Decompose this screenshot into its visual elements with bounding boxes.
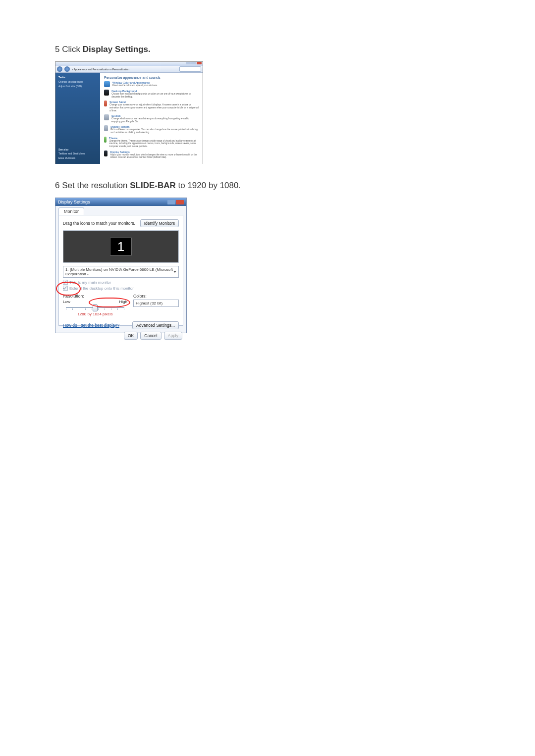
desktop-background-icon bbox=[104, 90, 109, 96]
window-controls bbox=[186, 62, 202, 64]
sidebar-link[interactable]: Taskbar and Start Menu bbox=[58, 152, 97, 155]
tab-monitor[interactable]: Monitor bbox=[58, 207, 84, 215]
display-settings-icon bbox=[104, 151, 107, 156]
personalize-item[interactable]: Desktop BackgroundChoose from available … bbox=[104, 90, 199, 98]
tab-bar: Monitor bbox=[55, 206, 186, 215]
window-color-icon bbox=[104, 81, 110, 87]
screenshot-display-settings: Display Settings Monitor Drag the icons … bbox=[55, 198, 187, 333]
sidebar: Tasks Change desktop icons Adjust font s… bbox=[55, 73, 100, 164]
step-5-number: 5 bbox=[55, 45, 62, 54]
step-6-pre: Set the resolution bbox=[62, 181, 130, 190]
sidebar-seealso-header: See also bbox=[58, 148, 97, 151]
breadcrumb[interactable]: « Appearance and Personalization » Perso… bbox=[72, 68, 177, 71]
window-titlebar bbox=[55, 62, 203, 66]
minimize-button[interactable] bbox=[186, 62, 191, 64]
step-6-bold: SLIDE-BAR bbox=[130, 181, 176, 190]
step-6-post: to 1920 by 1080. bbox=[178, 181, 241, 190]
apply-button[interactable]: Apply bbox=[164, 332, 182, 340]
close-button[interactable] bbox=[176, 200, 184, 204]
nav-forward-icon[interactable] bbox=[64, 66, 70, 72]
step-6-number: 6 bbox=[55, 181, 62, 190]
item-desc: Fine tune the color and style of your wi… bbox=[112, 84, 158, 87]
step-5-pre: Click bbox=[62, 45, 83, 54]
dialog-title: Display Settings bbox=[58, 200, 90, 204]
close-button[interactable] bbox=[197, 62, 202, 64]
slider-thumb[interactable] bbox=[93, 304, 98, 311]
item-desc: Change the theme. Themes can change a wi… bbox=[109, 140, 199, 148]
mouse-pointer-icon bbox=[104, 125, 108, 131]
personalize-item[interactable]: Screen SaverChange your screen saver or … bbox=[104, 101, 199, 112]
checkbox-icon bbox=[63, 280, 68, 285]
nav-back-icon[interactable] bbox=[57, 66, 62, 72]
dialog-panel: Drag the icons to match your monitors. I… bbox=[58, 215, 183, 326]
sidebar-link[interactable]: Ease of Access bbox=[58, 156, 97, 159]
dialog-titlebar: Display Settings bbox=[55, 198, 186, 206]
checkbox-extend-desktop: Extend the desktop onto this monitor bbox=[63, 286, 179, 291]
monitor-dropdown[interactable]: 1. (Multiple Monitors) on NVIDIA GeForce… bbox=[63, 266, 179, 278]
personalize-item[interactable]: SoundsChange which sounds are heard when… bbox=[104, 114, 199, 123]
item-desc: Change which sounds are heard when you d… bbox=[111, 117, 199, 123]
slider-low-label: Low bbox=[63, 300, 70, 304]
checkbox-main-monitor: This is my main monitor bbox=[63, 280, 179, 285]
personalize-item[interactable]: ThemeChange the theme. Themes can change… bbox=[104, 137, 199, 148]
sidebar-header: Tasks bbox=[58, 76, 97, 79]
personalize-item[interactable]: Display SettingsAdjust your monitor reso… bbox=[104, 151, 199, 159]
personalize-item[interactable]: Mouse PointersPick a different mouse poi… bbox=[104, 125, 199, 134]
panel-title: Personalize appearance and sounds bbox=[104, 76, 199, 79]
help-button[interactable] bbox=[167, 200, 175, 204]
sidebar-link[interactable]: Adjust font size (DPI) bbox=[58, 85, 97, 88]
resolution-value: 1280 by 1024 pixels bbox=[63, 312, 127, 316]
checkbox-label: This is my main monitor bbox=[69, 280, 111, 285]
cancel-button[interactable]: Cancel bbox=[140, 332, 161, 340]
drag-instruction: Drag the icons to match your monitors. bbox=[63, 221, 135, 226]
colors-label: Colors: bbox=[133, 294, 179, 299]
maximize-button[interactable] bbox=[191, 62, 196, 64]
dialog-button-row: OK Cancel Apply bbox=[55, 329, 186, 340]
search-input[interactable] bbox=[179, 66, 201, 72]
ok-button[interactable]: OK bbox=[124, 332, 138, 340]
checkbox-label: Extend the desktop onto this monitor bbox=[69, 286, 134, 291]
personalize-item[interactable]: Window Color and AppearanceFine tune the… bbox=[104, 81, 199, 87]
item-desc: Change your screen saver or adjust when … bbox=[109, 103, 199, 112]
dropdown-value: 1. (Multiple Monitors) on NVIDIA GeForce… bbox=[65, 267, 173, 276]
screenshot-personalization: « Appearance and Personalization » Perso… bbox=[55, 61, 203, 164]
step-5: 5 Click Display Settings. bbox=[55, 45, 481, 54]
checkbox-icon bbox=[63, 286, 68, 291]
step-6: 6 Set the resolution SLIDE-BAR to 1920 b… bbox=[55, 181, 481, 191]
address-bar: « Appearance and Personalization » Perso… bbox=[55, 66, 203, 73]
resolution-label: Resolution: bbox=[63, 294, 127, 299]
step-5-bold: Display Settings. bbox=[83, 45, 151, 54]
colors-dropdown[interactable]: Highest (32 bit) bbox=[133, 300, 179, 307]
item-desc: Adjust your monitor resolution, which ch… bbox=[110, 153, 199, 159]
dialog-window-controls bbox=[167, 200, 184, 204]
sounds-icon bbox=[104, 114, 109, 120]
main-panel: Personalize appearance and sounds Window… bbox=[100, 73, 203, 164]
item-desc: Pick a different mouse pointer. You can … bbox=[110, 128, 199, 134]
colors-value: Highest (32 bit) bbox=[136, 301, 162, 305]
advanced-settings-button[interactable]: Advanced Settings... bbox=[132, 321, 179, 329]
sidebar-link[interactable]: Change desktop icons bbox=[58, 80, 97, 83]
monitor-arena[interactable]: 1 bbox=[63, 230, 179, 263]
identify-monitors-button[interactable]: Identify Monitors bbox=[140, 219, 179, 227]
screen-saver-icon bbox=[104, 101, 107, 106]
theme-icon bbox=[104, 137, 107, 143]
item-desc: Choose from available backgrounds or col… bbox=[111, 93, 199, 98]
help-link[interactable]: How do I get the best display? bbox=[63, 323, 119, 328]
slider-high-label: High bbox=[119, 300, 127, 304]
monitor-1-icon[interactable]: 1 bbox=[110, 238, 132, 255]
resolution-slider[interactable] bbox=[66, 304, 124, 311]
chevron-down-icon bbox=[173, 271, 176, 273]
